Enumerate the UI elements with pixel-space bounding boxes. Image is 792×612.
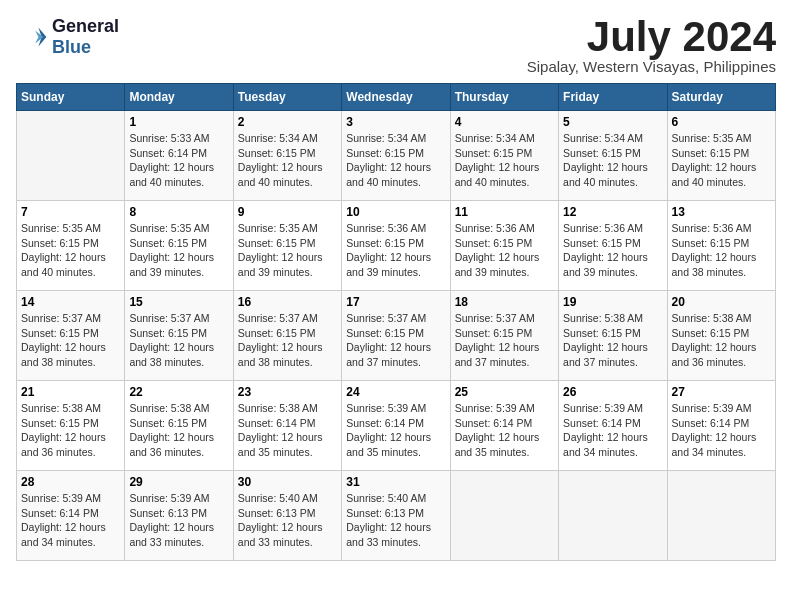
location: Sipalay, Western Visayas, Philippines <box>527 58 776 75</box>
logo-icon <box>16 21 48 53</box>
day-info: Sunrise: 5:34 AM Sunset: 6:15 PM Dayligh… <box>346 131 445 190</box>
day-number: 31 <box>346 475 445 489</box>
day-info: Sunrise: 5:39 AM Sunset: 6:14 PM Dayligh… <box>346 401 445 460</box>
header-cell-thursday: Thursday <box>450 84 558 111</box>
day-cell: 23Sunrise: 5:38 AM Sunset: 6:14 PM Dayli… <box>233 381 341 471</box>
day-cell: 5Sunrise: 5:34 AM Sunset: 6:15 PM Daylig… <box>559 111 667 201</box>
header-cell-saturday: Saturday <box>667 84 775 111</box>
day-cell: 19Sunrise: 5:38 AM Sunset: 6:15 PM Dayli… <box>559 291 667 381</box>
day-cell: 9Sunrise: 5:35 AM Sunset: 6:15 PM Daylig… <box>233 201 341 291</box>
week-row-5: 28Sunrise: 5:39 AM Sunset: 6:14 PM Dayli… <box>17 471 776 561</box>
day-info: Sunrise: 5:36 AM Sunset: 6:15 PM Dayligh… <box>455 221 554 280</box>
calendar-table: SundayMondayTuesdayWednesdayThursdayFrid… <box>16 83 776 561</box>
day-info: Sunrise: 5:34 AM Sunset: 6:15 PM Dayligh… <box>238 131 337 190</box>
day-cell: 27Sunrise: 5:39 AM Sunset: 6:14 PM Dayli… <box>667 381 775 471</box>
day-number: 10 <box>346 205 445 219</box>
day-info: Sunrise: 5:33 AM Sunset: 6:14 PM Dayligh… <box>129 131 228 190</box>
day-cell: 10Sunrise: 5:36 AM Sunset: 6:15 PM Dayli… <box>342 201 450 291</box>
day-cell: 20Sunrise: 5:38 AM Sunset: 6:15 PM Dayli… <box>667 291 775 381</box>
day-number: 19 <box>563 295 662 309</box>
day-info: Sunrise: 5:35 AM Sunset: 6:15 PM Dayligh… <box>672 131 771 190</box>
day-cell <box>450 471 558 561</box>
header-cell-sunday: Sunday <box>17 84 125 111</box>
day-number: 20 <box>672 295 771 309</box>
day-info: Sunrise: 5:39 AM Sunset: 6:13 PM Dayligh… <box>129 491 228 550</box>
day-cell: 16Sunrise: 5:37 AM Sunset: 6:15 PM Dayli… <box>233 291 341 381</box>
day-info: Sunrise: 5:40 AM Sunset: 6:13 PM Dayligh… <box>238 491 337 550</box>
day-number: 1 <box>129 115 228 129</box>
day-number: 15 <box>129 295 228 309</box>
month-title: July 2024 <box>527 16 776 58</box>
day-cell: 7Sunrise: 5:35 AM Sunset: 6:15 PM Daylig… <box>17 201 125 291</box>
day-info: Sunrise: 5:37 AM Sunset: 6:15 PM Dayligh… <box>21 311 120 370</box>
day-number: 12 <box>563 205 662 219</box>
day-info: Sunrise: 5:35 AM Sunset: 6:15 PM Dayligh… <box>238 221 337 280</box>
day-number: 8 <box>129 205 228 219</box>
day-number: 13 <box>672 205 771 219</box>
day-number: 11 <box>455 205 554 219</box>
day-info: Sunrise: 5:36 AM Sunset: 6:15 PM Dayligh… <box>346 221 445 280</box>
day-number: 16 <box>238 295 337 309</box>
day-cell <box>559 471 667 561</box>
day-number: 2 <box>238 115 337 129</box>
day-cell: 17Sunrise: 5:37 AM Sunset: 6:15 PM Dayli… <box>342 291 450 381</box>
header-cell-friday: Friday <box>559 84 667 111</box>
day-info: Sunrise: 5:35 AM Sunset: 6:15 PM Dayligh… <box>129 221 228 280</box>
day-number: 28 <box>21 475 120 489</box>
day-cell: 22Sunrise: 5:38 AM Sunset: 6:15 PM Dayli… <box>125 381 233 471</box>
day-info: Sunrise: 5:36 AM Sunset: 6:15 PM Dayligh… <box>563 221 662 280</box>
day-info: Sunrise: 5:38 AM Sunset: 6:14 PM Dayligh… <box>238 401 337 460</box>
day-cell: 30Sunrise: 5:40 AM Sunset: 6:13 PM Dayli… <box>233 471 341 561</box>
day-cell: 14Sunrise: 5:37 AM Sunset: 6:15 PM Dayli… <box>17 291 125 381</box>
day-info: Sunrise: 5:35 AM Sunset: 6:15 PM Dayligh… <box>21 221 120 280</box>
day-cell: 31Sunrise: 5:40 AM Sunset: 6:13 PM Dayli… <box>342 471 450 561</box>
day-number: 29 <box>129 475 228 489</box>
day-info: Sunrise: 5:38 AM Sunset: 6:15 PM Dayligh… <box>129 401 228 460</box>
day-info: Sunrise: 5:38 AM Sunset: 6:15 PM Dayligh… <box>672 311 771 370</box>
day-info: Sunrise: 5:38 AM Sunset: 6:15 PM Dayligh… <box>563 311 662 370</box>
logo: General Blue <box>16 16 119 58</box>
day-number: 25 <box>455 385 554 399</box>
header-cell-wednesday: Wednesday <box>342 84 450 111</box>
day-info: Sunrise: 5:34 AM Sunset: 6:15 PM Dayligh… <box>455 131 554 190</box>
day-info: Sunrise: 5:36 AM Sunset: 6:15 PM Dayligh… <box>672 221 771 280</box>
day-cell: 11Sunrise: 5:36 AM Sunset: 6:15 PM Dayli… <box>450 201 558 291</box>
week-row-4: 21Sunrise: 5:38 AM Sunset: 6:15 PM Dayli… <box>17 381 776 471</box>
day-info: Sunrise: 5:37 AM Sunset: 6:15 PM Dayligh… <box>129 311 228 370</box>
week-row-2: 7Sunrise: 5:35 AM Sunset: 6:15 PM Daylig… <box>17 201 776 291</box>
day-cell: 6Sunrise: 5:35 AM Sunset: 6:15 PM Daylig… <box>667 111 775 201</box>
day-number: 30 <box>238 475 337 489</box>
day-number: 17 <box>346 295 445 309</box>
day-cell: 1Sunrise: 5:33 AM Sunset: 6:14 PM Daylig… <box>125 111 233 201</box>
day-info: Sunrise: 5:37 AM Sunset: 6:15 PM Dayligh… <box>346 311 445 370</box>
day-info: Sunrise: 5:39 AM Sunset: 6:14 PM Dayligh… <box>672 401 771 460</box>
day-cell: 13Sunrise: 5:36 AM Sunset: 6:15 PM Dayli… <box>667 201 775 291</box>
title-block: July 2024 Sipalay, Western Visayas, Phil… <box>527 16 776 75</box>
day-info: Sunrise: 5:39 AM Sunset: 6:14 PM Dayligh… <box>21 491 120 550</box>
day-info: Sunrise: 5:34 AM Sunset: 6:15 PM Dayligh… <box>563 131 662 190</box>
day-cell: 18Sunrise: 5:37 AM Sunset: 6:15 PM Dayli… <box>450 291 558 381</box>
day-info: Sunrise: 5:38 AM Sunset: 6:15 PM Dayligh… <box>21 401 120 460</box>
day-number: 3 <box>346 115 445 129</box>
day-cell: 3Sunrise: 5:34 AM Sunset: 6:15 PM Daylig… <box>342 111 450 201</box>
day-number: 26 <box>563 385 662 399</box>
day-cell: 29Sunrise: 5:39 AM Sunset: 6:13 PM Dayli… <box>125 471 233 561</box>
header-cell-monday: Monday <box>125 84 233 111</box>
week-row-1: 1Sunrise: 5:33 AM Sunset: 6:14 PM Daylig… <box>17 111 776 201</box>
day-cell: 15Sunrise: 5:37 AM Sunset: 6:15 PM Dayli… <box>125 291 233 381</box>
day-number: 22 <box>129 385 228 399</box>
day-info: Sunrise: 5:37 AM Sunset: 6:15 PM Dayligh… <box>238 311 337 370</box>
day-number: 5 <box>563 115 662 129</box>
day-number: 18 <box>455 295 554 309</box>
day-cell: 26Sunrise: 5:39 AM Sunset: 6:14 PM Dayli… <box>559 381 667 471</box>
day-info: Sunrise: 5:39 AM Sunset: 6:14 PM Dayligh… <box>563 401 662 460</box>
header-row: SundayMondayTuesdayWednesdayThursdayFrid… <box>17 84 776 111</box>
logo-text: General Blue <box>52 16 119 58</box>
day-number: 23 <box>238 385 337 399</box>
day-number: 7 <box>21 205 120 219</box>
day-cell: 24Sunrise: 5:39 AM Sunset: 6:14 PM Dayli… <box>342 381 450 471</box>
day-number: 6 <box>672 115 771 129</box>
week-row-3: 14Sunrise: 5:37 AM Sunset: 6:15 PM Dayli… <box>17 291 776 381</box>
day-cell: 12Sunrise: 5:36 AM Sunset: 6:15 PM Dayli… <box>559 201 667 291</box>
header-cell-tuesday: Tuesday <box>233 84 341 111</box>
